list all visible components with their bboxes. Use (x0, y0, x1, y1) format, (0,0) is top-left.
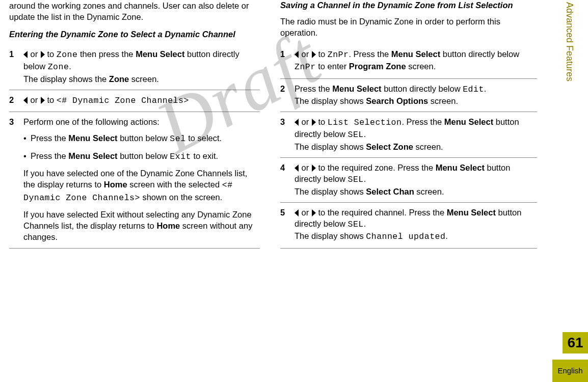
step-body: or to ZnPr. Press the Menu Select button… (295, 48, 537, 73)
text: to enter (316, 62, 349, 71)
page-number: 61 (563, 332, 588, 353)
list-item: Press the Menu Select button below Exit … (23, 150, 260, 162)
code-text: SEL (348, 175, 364, 184)
text: button directly below (440, 49, 519, 59)
text: . (364, 219, 366, 228)
text: Press the (295, 84, 332, 93)
bold-text: Menu Select (447, 208, 496, 217)
text: screen. (406, 62, 436, 71)
text: Press the (31, 151, 68, 160)
text: The display shows the (23, 74, 109, 84)
right-arrow-icon (312, 165, 316, 172)
code-text: ZnPr (328, 50, 349, 60)
text: screen. (414, 187, 444, 196)
text: screen. (428, 96, 458, 105)
right-column: Saving a Channel in the Dynamic Zone fro… (275, 0, 541, 249)
bold-text: Menu Select (444, 117, 493, 126)
code-text: List Selection (328, 118, 402, 127)
text: screen. (129, 74, 159, 84)
list-item: Press the Menu Select button below Sel t… (23, 132, 260, 145)
text: The display shows (295, 187, 366, 196)
right-subhead: Saving a Channel in the Dynamic Zone fro… (280, 0, 537, 11)
right-arrow-icon (312, 209, 316, 216)
code-text: Edit (463, 85, 484, 94)
right-arrow-icon (41, 51, 45, 58)
text: to (45, 95, 57, 104)
left-arrow-icon (295, 209, 299, 216)
step-body: or to the required zone. Press the Menu … (295, 162, 537, 197)
right-sidebar: Advanced Features (556, 0, 582, 382)
left-arrow-icon (295, 165, 299, 172)
text: Press the (31, 133, 68, 143)
text: . (364, 174, 366, 183)
code-text: Zone (57, 50, 78, 60)
left-intro: around the working zones and channels. U… (9, 0, 260, 23)
step-number: 2 (280, 83, 295, 107)
code-text: SEL (348, 130, 364, 140)
text: . Press the (402, 117, 444, 126)
code-text: SEL (348, 220, 364, 229)
left-step-3: 3 Perform one of the following actions: … (9, 112, 260, 248)
text: to (45, 49, 57, 59)
step-number: 3 (9, 116, 23, 242)
text: . (364, 129, 366, 139)
bold-text: Menu Select (436, 163, 485, 172)
bold-text: Select Chan (366, 187, 414, 196)
step-body: Press the Menu Select button directly be… (295, 83, 537, 107)
text: or (299, 49, 311, 59)
left-arrow-icon (23, 97, 28, 104)
text: Perform one of the following actions: (23, 116, 260, 127)
bold-text: Menu Select (332, 84, 381, 93)
text: . (484, 84, 487, 93)
text: or (299, 117, 311, 126)
step-number: 1 (9, 48, 23, 85)
right-step-1: 1 or to ZnPr. Press the Menu Select butt… (280, 44, 537, 79)
bullet-list: Press the Menu Select button below Sel t… (23, 132, 260, 162)
step-number: 2 (9, 94, 23, 106)
right-step-3: 3 or to List Selection. Press the Menu S… (280, 112, 537, 158)
right-arrow-icon (312, 51, 316, 58)
code-text: Channel updated (366, 232, 445, 241)
bold-text: Home (104, 180, 127, 189)
code-text: ZnPr (295, 62, 316, 72)
left-arrow-icon (295, 119, 299, 126)
left-column: around the working zones and channels. U… (9, 0, 275, 249)
text: The display shows (295, 96, 366, 105)
left-arrow-icon (295, 51, 299, 58)
left-step-1: 1 or to Zone then press the Menu Select … (9, 44, 260, 90)
left-arrow-icon (23, 51, 28, 58)
right-step-4: 4 or to the required zone. Press the Men… (280, 158, 537, 203)
step-body: or to Zone then press the Menu Select bu… (23, 48, 260, 85)
left-step-2: 2 or to <# Dynamic Zone Channels> (9, 90, 260, 112)
bold-text: Zone (109, 74, 129, 84)
text: to the required zone. Press the (316, 163, 436, 172)
text: screen with the selected (127, 180, 222, 189)
right-intro: The radio must be in Dynamic Zone in ord… (280, 16, 537, 39)
right-arrow-icon (312, 119, 316, 126)
code-text: <# Dynamic Zone Channels> (57, 96, 189, 105)
step-body: Perform one of the following actions: Pr… (23, 116, 260, 242)
step-body: or to the required channel. Press the Me… (295, 207, 537, 243)
right-step-5: 5 or to the required channel. Press the … (280, 203, 537, 249)
text: to exit. (191, 151, 218, 160)
text: shown on the screen. (140, 193, 222, 202)
step-number: 5 (280, 207, 295, 243)
language-label: English (552, 360, 588, 382)
step-number: 3 (280, 116, 295, 152)
step-number: 4 (280, 162, 295, 197)
code-text: Exit (170, 152, 191, 161)
text: button below (118, 151, 170, 160)
text: . (445, 231, 448, 240)
step-number: 1 (280, 48, 295, 73)
text: to the required channel. Press the (316, 208, 447, 217)
code-text: Sel (170, 134, 185, 144)
text: or (28, 95, 40, 104)
bold-text: Program Zone (349, 62, 406, 71)
section-label-vertical: Advanced Features (556, 0, 576, 81)
text: button below (118, 133, 170, 143)
text: to (316, 49, 328, 59)
bold-text: Menu Select (391, 49, 440, 59)
text: to (316, 117, 328, 126)
right-step-2: 2 Press the Menu Select button directly … (280, 79, 537, 113)
code-text: Zone (48, 62, 69, 72)
